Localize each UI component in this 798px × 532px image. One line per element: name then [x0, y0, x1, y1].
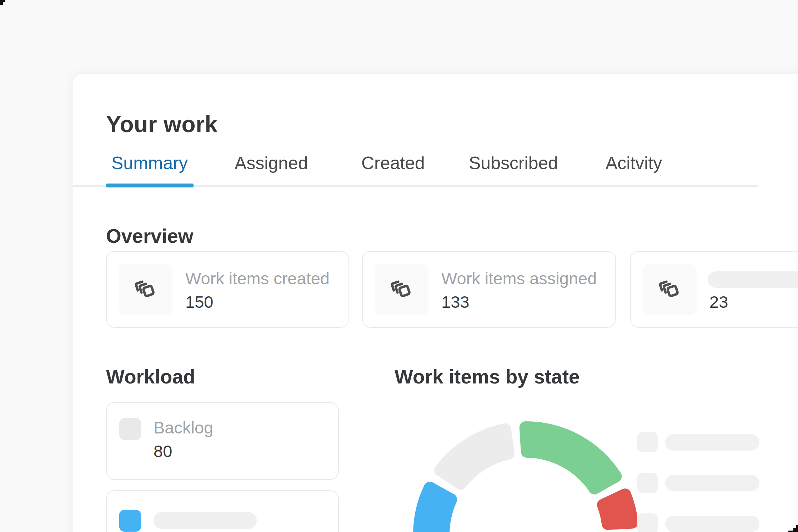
workload-card-label: Backlog — [154, 418, 213, 437]
screenshot-corner-artifact — [793, 528, 798, 531]
workload-card-backlog: Backlog 80 — [106, 402, 339, 480]
work-items-icon-tile — [119, 264, 172, 315]
screenshot-corner-artifact — [788, 531, 798, 532]
legend-label-skeleton — [665, 475, 759, 491]
stat-card-work-items-assigned: Work items assigned 133 — [362, 251, 616, 328]
legend-label-skeleton — [665, 434, 759, 451]
state-color-swatch — [119, 510, 141, 532]
donut-segment-gray — [434, 423, 515, 490]
stat-card-loading: 23 — [630, 251, 798, 328]
page-title: Your work — [106, 111, 218, 137]
legend-skeleton-row — [637, 473, 798, 493]
stat-card-value: 133 — [441, 292, 469, 312]
tab-assigned[interactable]: Assigned — [235, 153, 308, 174]
work-items-by-state-heading: Work items by state — [395, 365, 580, 388]
workload-heading: Workload — [106, 365, 195, 388]
active-tab-indicator — [106, 184, 194, 187]
stat-card-label: Work items assigned — [441, 268, 597, 288]
workload-card-value: 80 — [154, 441, 172, 461]
donut-segment-green — [520, 421, 622, 495]
workload-card-label-skeleton — [154, 512, 257, 529]
legend-label-skeleton — [665, 516, 759, 532]
legend-swatch-skeleton — [637, 513, 658, 532]
tab-summary[interactable]: Summary — [111, 153, 188, 174]
donut-segment-blue — [413, 482, 457, 532]
legend-skeleton-row — [637, 513, 798, 532]
tab-created[interactable]: Created — [361, 153, 425, 174]
work-items-icon — [134, 278, 157, 301]
stat-card-label-skeleton — [708, 271, 798, 288]
your-work-dashboard: Your work Summary Assigned Created Subsc… — [0, 0, 798, 532]
tab-activity[interactable]: Acitvity — [606, 153, 662, 174]
work-items-icon — [390, 278, 413, 301]
legend-skeleton-row — [637, 432, 798, 452]
overview-heading: Overview — [106, 225, 194, 247]
backlog-color-swatch — [119, 418, 141, 440]
legend-swatch-skeleton — [637, 473, 658, 493]
work-items-icon-tile — [643, 264, 697, 315]
work-items-by-state-chart — [403, 421, 653, 532]
work-items-icon-tile — [375, 264, 428, 315]
workload-card-loading — [106, 490, 339, 532]
legend-swatch-skeleton — [637, 432, 658, 452]
stat-card-work-items-created: Work items created 150 — [106, 251, 349, 328]
screenshot-corner-artifact — [0, 2, 3, 5]
donut-segment-red — [597, 488, 638, 530]
stat-card-label: Work items created — [185, 268, 330, 288]
work-items-icon — [658, 278, 682, 301]
stat-card-value: 23 — [709, 292, 728, 312]
screenshot-corner-artifact — [796, 525, 798, 528]
stat-card-value: 150 — [185, 292, 213, 312]
tab-subscribed[interactable]: Subscribed — [469, 153, 558, 174]
